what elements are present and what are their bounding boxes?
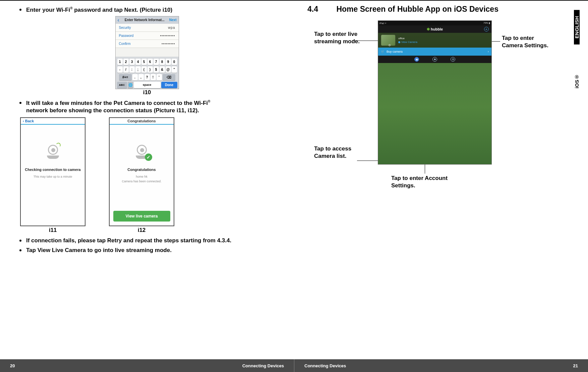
bullet-dot xyxy=(19,9,21,11)
account-tab[interactable]: ✱ xyxy=(432,57,437,62)
key[interactable]: #+= xyxy=(119,74,132,80)
key[interactable]: 0 xyxy=(172,59,177,65)
next-button[interactable]: Next xyxy=(169,18,177,22)
back-button[interactable]: ‹ Back xyxy=(23,119,34,123)
key[interactable]: @ xyxy=(166,66,171,73)
tablet-diagram: Tap to enter live streaming mode. Tap to… xyxy=(314,20,542,178)
key[interactable]: ! xyxy=(151,74,156,80)
key[interactable]: 8 xyxy=(160,59,165,65)
key[interactable]: $ xyxy=(154,66,159,73)
check-icon: ✓ xyxy=(145,153,152,161)
camera-name: office xyxy=(398,37,417,40)
key[interactable]: ; xyxy=(135,66,141,73)
footer: 20 Connecting Devices Connecting Devices… xyxy=(0,359,588,372)
key[interactable]: / xyxy=(123,66,129,73)
logo-icon: ✼ xyxy=(427,27,431,31)
bullet-text: It will take a few minutes for the Pet C… xyxy=(26,99,210,115)
logo-text: hubble xyxy=(431,27,443,31)
i12-body: ✓ Congratulations home hk Camera has bee… xyxy=(110,125,174,226)
buy-text: Buy camera xyxy=(387,50,403,53)
reg-mark: ® xyxy=(70,6,72,10)
bullet-enter-wifi: Enter your Wi-Fi® password and tap Next.… xyxy=(19,6,281,14)
key[interactable]: ' xyxy=(157,74,162,80)
i12-heading: Congratulations xyxy=(127,168,156,172)
section-number: 4.4 xyxy=(307,5,334,14)
view-live-camera-button[interactable]: View live camera xyxy=(113,211,170,222)
key[interactable]: 7 xyxy=(154,59,159,65)
bullet-dot xyxy=(19,249,21,251)
i10-navbar: ‹ Enter Network Informat... Next xyxy=(116,16,179,24)
key[interactable]: ) xyxy=(148,66,153,73)
callout-account-settings: Tap to enter Account Settings. xyxy=(391,175,458,189)
chevron-right-icon: › xyxy=(488,50,489,53)
i10-nav-title: Enter Network Informat... xyxy=(120,18,169,22)
buy-camera-row[interactable]: 🛒Buy camera › xyxy=(378,48,491,56)
footer-label: Connecting Devices xyxy=(304,363,346,368)
globe-key[interactable]: 🌐 xyxy=(128,82,133,88)
hubble-logo: ✼ hubble xyxy=(427,27,443,32)
footer-left: 20 Connecting Devices xyxy=(0,359,294,372)
keyboard: 1234567890 -/:;()$&@" #+=.,?!'⌫ ABC 🌐 sp… xyxy=(116,57,179,89)
section-title: Home Screen of Hubble App on iOS Devices xyxy=(336,5,498,13)
key[interactable]: 9 xyxy=(166,59,171,65)
label: Security xyxy=(119,26,131,29)
space-key[interactable]: space xyxy=(134,82,161,88)
key-row: 1234567890 xyxy=(116,58,179,66)
key[interactable]: . xyxy=(132,74,138,80)
key[interactable]: 5 xyxy=(141,59,147,65)
bullet-dot xyxy=(19,240,21,242)
field-confirm[interactable]: Confirm ••••••••• xyxy=(116,40,179,48)
gear-icon[interactable]: ⚙ xyxy=(388,44,391,47)
key[interactable]: 3 xyxy=(129,59,135,65)
add-camera-button[interactable]: + xyxy=(484,27,489,32)
bullet-dot xyxy=(19,102,21,104)
camera-base-icon xyxy=(47,156,59,159)
done-key[interactable]: Done xyxy=(161,82,177,88)
cart-icon: 🛒 xyxy=(381,50,385,53)
key[interactable]: " xyxy=(172,66,177,73)
text: password and tap Next. (Picture i10) xyxy=(73,7,173,13)
page-number: 20 xyxy=(10,363,15,368)
document-spread: Enter your Wi-Fi® password and tap Next.… xyxy=(0,0,588,372)
i11-navbar: ‹ Back xyxy=(21,118,85,125)
language-tab[interactable]: ENGLISH xyxy=(574,10,580,45)
section-heading: 4.4 Home Screen of Hubble App on iOS Dev… xyxy=(307,5,575,14)
footer-label: Connecting Devices xyxy=(242,363,284,368)
key[interactable]: ⌫ xyxy=(163,74,175,80)
caption-i10: i10 xyxy=(115,89,179,96)
key[interactable]: 1 xyxy=(117,59,123,65)
key[interactable]: - xyxy=(117,66,123,73)
settings-tab[interactable]: ⚙ xyxy=(451,57,455,62)
key[interactable]: : xyxy=(129,66,135,73)
key[interactable]: ? xyxy=(144,74,150,80)
callout-camera-list: Tap to access Camera list. xyxy=(314,145,368,160)
key[interactable]: 4 xyxy=(135,59,141,65)
key[interactable]: 6 xyxy=(148,59,153,65)
value: •••••••••• xyxy=(160,34,175,38)
side-tabs: ENGLISH iOS® xyxy=(574,10,588,95)
field-password[interactable]: Password •••••••••• xyxy=(116,32,179,40)
camera-list-tab[interactable]: ◉ xyxy=(414,57,419,62)
status-bar: iPad ᯤ 79% ▮ xyxy=(378,21,491,25)
app-bar: ✼ hubble + xyxy=(378,25,491,33)
back-icon[interactable]: ‹ xyxy=(118,17,119,23)
camera-lens-icon xyxy=(137,145,147,155)
bullet-text: Tap View Live Camera to go into live str… xyxy=(26,247,172,254)
screenshot-i12: Congratulations ✓ Congratulations home h… xyxy=(109,117,174,226)
i11-wrap: ‹ Back Checking connection to camera Thi… xyxy=(20,117,85,234)
i12-wrap: Congratulations ✓ Congratulations home h… xyxy=(109,117,174,234)
key[interactable]: ( xyxy=(141,66,147,73)
key-row: -/:;()$&@" xyxy=(116,66,179,73)
i12-navbar: Congratulations xyxy=(110,118,174,125)
screenshot-i11: ‹ Back Checking connection to camera Thi… xyxy=(20,117,85,226)
back-label: Back xyxy=(25,119,34,123)
field-security[interactable]: Security wpa xyxy=(116,24,179,32)
i12-title: Congratulations xyxy=(127,119,156,123)
key[interactable]: 2 xyxy=(123,59,129,65)
key[interactable]: , xyxy=(138,74,144,80)
camera-row[interactable]: office View Camera ⚙ xyxy=(378,33,491,48)
callout-camera-settings: Tap to enter Camera Settings. xyxy=(502,35,549,49)
key[interactable]: & xyxy=(160,66,165,73)
abc-key[interactable]: ABC xyxy=(117,82,127,88)
bullet-view-live: Tap View Live Camera to go into live str… xyxy=(19,247,281,254)
